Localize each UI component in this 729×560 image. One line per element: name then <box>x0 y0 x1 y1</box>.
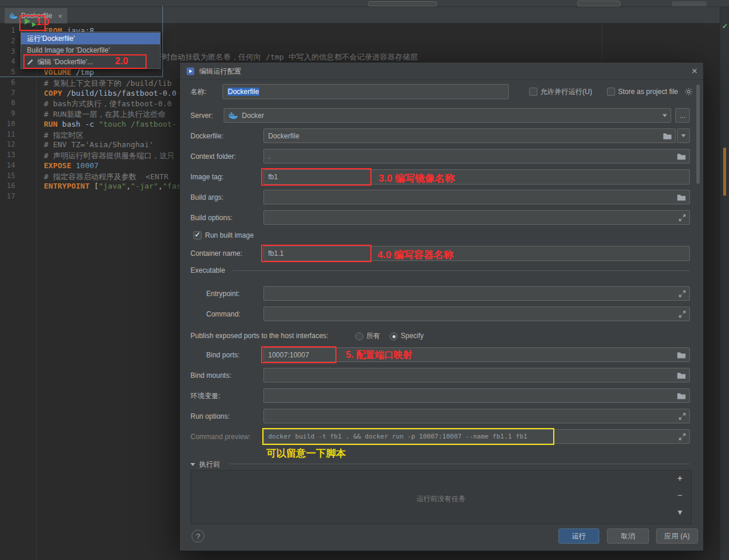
folder-icon[interactable] <box>677 153 686 160</box>
name-label: 名称: <box>190 84 206 99</box>
command-input[interactable] <box>263 307 690 321</box>
publish-all-radio[interactable] <box>355 332 363 340</box>
add-task-button[interactable]: + <box>674 472 686 484</box>
publish-specify-label: Specify <box>401 328 423 343</box>
line-number: 10 <box>0 120 18 130</box>
bind-mounts-input[interactable] <box>263 368 690 382</box>
folder-icon[interactable] <box>677 392 686 399</box>
dialog-close-icon[interactable]: × <box>689 65 700 77</box>
help-button[interactable]: ? <box>192 530 204 542</box>
remove-task-button[interactable]: − <box>674 489 686 501</box>
before-launch-label: 执行前 <box>199 460 220 469</box>
line-number: 2 <box>0 37 18 47</box>
section-divider <box>230 464 690 464</box>
pasted-block-edge <box>0 76 163 77</box>
cancel-button[interactable]: 取消 <box>607 528 649 544</box>
stripe-warning-mark[interactable] <box>723 148 726 196</box>
name-value: Dockerfile <box>227 88 259 96</box>
gutter-separator <box>36 23 37 560</box>
store-project-file-label: Store as project file <box>618 84 678 99</box>
server-value: Docker <box>242 112 264 120</box>
command-label: Command: <box>206 307 241 322</box>
run-built-image-label: Run built image <box>205 228 254 243</box>
line-number: 8 <box>0 99 18 109</box>
executable-section-label: Executable <box>190 265 225 276</box>
dialog-title: 编辑运行配置 <box>199 62 241 80</box>
expand-icon[interactable] <box>679 290 686 297</box>
editor-tab-bar: Dockerfile × <box>0 7 720 23</box>
dockerfile-icon <box>9 13 18 19</box>
run-button[interactable]: 运行 <box>558 528 599 544</box>
entrypoint-label: Entrypoint: <box>206 286 239 301</box>
dockerfile-label: Dockerfile: <box>190 128 224 144</box>
folder-icon[interactable] <box>677 194 686 201</box>
line-number: 14 <box>0 161 18 172</box>
docker-whale-icon <box>228 112 238 119</box>
line-number: 16 <box>0 182 18 192</box>
context-menu-item-1[interactable]: 运行'Dockerfile' <box>21 33 160 44</box>
context-folder-label: Context folder: <box>190 149 236 164</box>
context-folder-input[interactable]: . <box>263 149 690 164</box>
before-launch-header[interactable]: 执行前 <box>190 460 220 469</box>
build-options-input[interactable] <box>263 210 690 225</box>
run-config-dialog-icon <box>186 67 195 75</box>
folder-icon[interactable] <box>677 352 686 359</box>
bind-mounts-label: Bind mounts: <box>190 368 231 383</box>
expand-icon[interactable] <box>679 433 686 440</box>
run-built-image-checkbox[interactable] <box>193 231 202 239</box>
line-number: 17 <box>0 192 18 203</box>
toolbar-fragment <box>368 1 437 6</box>
expand-icon[interactable] <box>679 214 686 221</box>
store-project-file-checkbox[interactable] <box>607 88 615 96</box>
section-divider <box>232 270 690 271</box>
build-args-input[interactable] <box>263 190 690 204</box>
before-launch-empty-text: 运行前没有任务 <box>191 494 691 504</box>
before-launch-task-list: 运行前没有任务 <box>190 470 692 524</box>
publish-specify-radio[interactable] <box>390 332 398 340</box>
folder-icon[interactable] <box>663 133 672 140</box>
dialog-scrollbar-thumb[interactable] <box>696 85 700 184</box>
annotation-box-step5 <box>261 346 336 363</box>
apply-button[interactable]: 应用 (A) <box>656 528 698 544</box>
move-down-button[interactable]: ▾ <box>674 506 686 518</box>
line-number: 4 <box>0 57 18 68</box>
code-comment-line4: 运行时自动挂载为匿名卷，任何向 /tmp 中写入的信息都不会记录进容器存储层 <box>147 52 418 62</box>
annotation-step5: 5. 配置端口映射 <box>346 349 412 361</box>
tab-close-icon[interactable]: × <box>58 12 63 20</box>
annotation-box-step3 <box>261 168 372 186</box>
server-combobox[interactable]: Docker <box>224 108 671 123</box>
server-browse-button[interactable]: ... <box>675 108 690 123</box>
line-number: 9 <box>0 109 18 120</box>
gear-icon[interactable] <box>685 88 693 96</box>
name-input[interactable]: Dockerfile <box>223 84 509 99</box>
build-args-label: Build args: <box>190 190 224 205</box>
editor-error-stripe: ✓ <box>720 7 729 560</box>
annotation-step4: 4.0 编写容器名称 <box>377 248 453 262</box>
dockerfile-input[interactable]: Dockerfile <box>263 128 676 143</box>
annotation-box-command-preview <box>262 428 554 445</box>
expand-icon[interactable] <box>679 311 686 318</box>
dialog-title-bar[interactable]: 编辑运行配置 × <box>180 62 703 80</box>
chevron-down-icon[interactable] <box>662 114 667 117</box>
line-number: 11 <box>0 130 18 141</box>
line-number: 7 <box>0 89 18 99</box>
entrypoint-input[interactable] <box>263 286 690 301</box>
annotation-note: 可以留意一下脚本 <box>266 447 346 460</box>
dockerfile-value: Dockerfile <box>268 132 299 140</box>
dockerfile-dropdown-button[interactable] <box>677 128 690 143</box>
toolbar-fragment <box>577 1 620 6</box>
folder-icon[interactable] <box>677 372 686 379</box>
line-number: 15 <box>0 172 18 182</box>
build-options-label: Build options: <box>190 210 232 225</box>
run-options-input[interactable] <box>263 409 690 423</box>
annotation-step3: 3.0 编写镜像名称 <box>379 172 454 185</box>
run-config-dialog: 编辑运行配置 × 名称: Dockerfile 允许并行运行(U) Store … <box>179 62 704 551</box>
collapse-arrow-icon <box>190 463 195 466</box>
expand-icon[interactable] <box>679 413 686 420</box>
container-name-label: Container name: <box>190 246 242 261</box>
allow-parallel-checkbox[interactable] <box>529 88 537 96</box>
env-vars-input[interactable] <box>263 388 690 403</box>
annotation-step1: 1.0 <box>36 17 49 27</box>
pasted-block-edge <box>162 6 163 77</box>
inspections-ok-icon[interactable]: ✓ <box>722 22 728 30</box>
